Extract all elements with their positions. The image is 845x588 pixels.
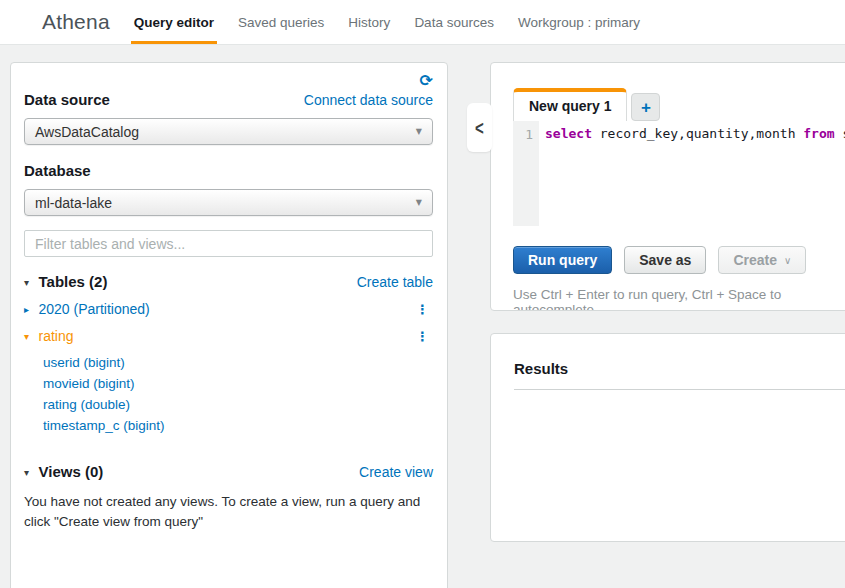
- table-options-icon[interactable]: ⋮: [412, 302, 433, 317]
- keyboard-hint: Use Ctrl + Enter to run query, Ctrl + Sp…: [513, 287, 845, 311]
- table-rating-toggle[interactable]: ▾ rating: [24, 327, 74, 345]
- sql-keyword: from: [803, 126, 834, 141]
- athena-logo: Athena: [42, 10, 110, 34]
- run-query-button[interactable]: Run query: [513, 246, 612, 274]
- new-query-tab-button[interactable]: +: [631, 93, 660, 121]
- create-table-link[interactable]: Create table: [357, 274, 433, 290]
- sql-code-area[interactable]: select record_key,quantity,month from s: [539, 121, 845, 226]
- views-section-header: ▾ Views (0) Create view: [24, 463, 433, 481]
- line-number-gutter: 1: [513, 121, 539, 226]
- views-title: Views (0): [38, 463, 103, 480]
- tab-saved-queries[interactable]: Saved queries: [226, 0, 336, 44]
- sql-text: s: [835, 126, 845, 141]
- column-item: movieid (bigint): [43, 373, 433, 394]
- collapse-views-icon: ▾: [24, 467, 29, 478]
- rating-columns-list: userid (bigint) movieid (bigint) rating …: [43, 352, 433, 436]
- save-as-button[interactable]: Save as: [624, 246, 706, 274]
- query-panel: New query 1 + 1 select record_key,quanti…: [490, 62, 845, 311]
- sql-editor: 1 select record_key,quantity,month from …: [513, 121, 845, 226]
- refresh-row: ⟳: [24, 71, 433, 91]
- chevron-down-icon: ▼: [416, 198, 422, 207]
- database-label: Database: [24, 162, 433, 179]
- data-source-value: AwsDataCatalog: [35, 124, 139, 140]
- tab-workgroup[interactable]: Workgroup : primary: [506, 0, 652, 44]
- table-row: ▾ rating ⋮: [24, 327, 433, 345]
- tab-history[interactable]: History: [336, 0, 402, 44]
- top-nav: Athena Query editor Saved queries Histor…: [0, 0, 845, 45]
- tables-section-header: ▾ Tables (2) Create table: [24, 273, 433, 291]
- athena-console: Athena Query editor Saved queries Histor…: [0, 0, 845, 588]
- create-button[interactable]: Create ∨: [718, 246, 806, 274]
- plus-icon: +: [641, 99, 651, 116]
- results-title: Results: [514, 360, 845, 377]
- data-source-select[interactable]: AwsDataCatalog ▼: [24, 118, 433, 145]
- connect-data-source-link[interactable]: Connect data source: [304, 92, 433, 108]
- column-item: timestamp_c (bigint): [43, 415, 433, 436]
- catalog-panel: ⟳ Data source Connect data source AwsDat…: [10, 62, 448, 588]
- views-title-wrap[interactable]: ▾ Views (0): [24, 463, 103, 481]
- table-row: ▸ 2020 (Partitioned) ⋮: [24, 300, 433, 318]
- chevron-down-icon: ▼: [416, 127, 422, 136]
- data-source-header: Data source Connect data source: [24, 91, 433, 108]
- table-2020-toggle[interactable]: ▸ 2020 (Partitioned): [24, 300, 150, 318]
- column-item: rating (double): [43, 394, 433, 415]
- tables-title-wrap[interactable]: ▾ Tables (2): [24, 273, 107, 291]
- tab-query-editor[interactable]: Query editor: [122, 0, 226, 44]
- collapse-table-icon: ▾: [24, 331, 29, 342]
- column-item: userid (bigint): [43, 352, 433, 373]
- database-select[interactable]: ml-data-lake ▼: [24, 189, 433, 216]
- database-value: ml-data-lake: [35, 195, 112, 211]
- sql-text: record_key,quantity,month: [592, 126, 803, 141]
- line-number: 1: [525, 127, 533, 142]
- results-panel: Results: [490, 333, 845, 542]
- tables-title: Tables (2): [38, 273, 107, 290]
- collapse-panel-button[interactable]: <: [467, 103, 492, 152]
- table-name-rating: rating: [38, 328, 73, 344]
- chevron-down-icon: ∨: [784, 255, 791, 266]
- query-tab[interactable]: New query 1: [513, 88, 627, 121]
- sql-keyword: select: [545, 126, 592, 141]
- nav-tabs: Query editor Saved queries History Data …: [122, 0, 652, 44]
- table-options-icon[interactable]: ⋮: [412, 329, 433, 344]
- create-button-label: Create: [733, 252, 777, 268]
- filter-tables-input[interactable]: [24, 230, 433, 257]
- results-divider: [514, 389, 845, 390]
- tab-data-sources[interactable]: Data sources: [402, 0, 506, 44]
- query-tabs-row: New query 1 +: [513, 88, 845, 121]
- chevron-left-icon: <: [475, 116, 484, 140]
- refresh-icon[interactable]: ⟳: [420, 71, 433, 90]
- create-view-link[interactable]: Create view: [359, 464, 433, 480]
- editor-actions: Run query Save as Create ∨: [513, 246, 845, 274]
- data-source-label: Data source: [24, 91, 110, 108]
- expand-table-icon: ▸: [24, 304, 29, 315]
- views-empty-text: You have not created any views. To creat…: [24, 492, 438, 532]
- table-name-2020: 2020 (Partitioned): [38, 301, 149, 317]
- collapse-tables-icon: ▾: [24, 277, 29, 288]
